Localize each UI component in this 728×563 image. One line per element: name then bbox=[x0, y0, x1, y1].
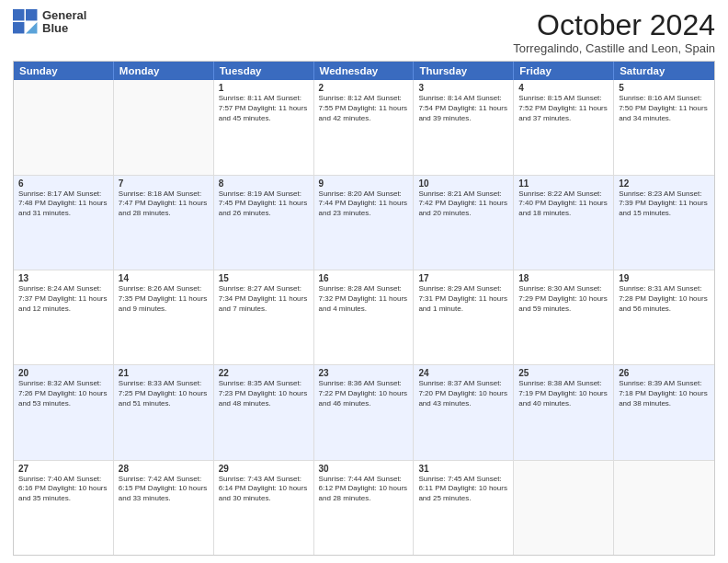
cal-cell-6-w1c0: 6Sunrise: 8:17 AM Sunset: 7:48 PM Daylig… bbox=[14, 176, 114, 270]
cal-cell-3-w0c4: 3Sunrise: 8:14 AM Sunset: 7:54 PM Daylig… bbox=[414, 80, 514, 174]
cal-cell-12-w1c6: 12Sunrise: 8:23 AM Sunset: 7:39 PM Dayli… bbox=[614, 176, 714, 270]
cal-cell-5-w0c6: 5Sunrise: 8:16 AM Sunset: 7:50 PM Daylig… bbox=[614, 80, 714, 174]
day-info: Sunrise: 8:14 AM Sunset: 7:54 PM Dayligh… bbox=[418, 94, 508, 123]
day-number: 4 bbox=[518, 83, 609, 93]
cal-cell-17-w2c4: 17Sunrise: 8:29 AM Sunset: 7:31 PM Dayli… bbox=[414, 270, 514, 364]
logo-text: General Blue bbox=[42, 9, 86, 36]
day-number: 18 bbox=[518, 273, 609, 283]
day-number: 17 bbox=[418, 273, 508, 283]
day-number: 31 bbox=[418, 464, 508, 474]
day-info: Sunrise: 8:33 AM Sunset: 7:25 PM Dayligh… bbox=[119, 379, 209, 408]
cal-cell-27-w4c0: 27Sunrise: 7:40 AM Sunset: 6:16 PM Dayli… bbox=[14, 461, 114, 555]
day-info: Sunrise: 8:36 AM Sunset: 7:22 PM Dayligh… bbox=[319, 379, 409, 408]
cal-cell-16-w2c3: 16Sunrise: 8:28 AM Sunset: 7:32 PM Dayli… bbox=[314, 270, 415, 364]
cal-cell-7-w1c1: 7Sunrise: 8:18 AM Sunset: 7:47 PM Daylig… bbox=[114, 176, 214, 270]
day-number: 21 bbox=[119, 368, 209, 378]
svg-rect-2 bbox=[13, 22, 24, 33]
day-number: 9 bbox=[319, 178, 409, 189]
cal-cell-11-w1c5: 11Sunrise: 8:22 AM Sunset: 7:40 PM Dayli… bbox=[514, 176, 614, 270]
calendar: SundayMondayTuesdayWednesdayThursdayFrid… bbox=[13, 61, 715, 556]
day-info: Sunrise: 7:45 AM Sunset: 6:11 PM Dayligh… bbox=[418, 475, 508, 504]
col-header-sunday: Sunday bbox=[14, 62, 114, 80]
day-info: Sunrise: 8:28 AM Sunset: 7:32 PM Dayligh… bbox=[319, 284, 409, 314]
calendar-row-0: 1Sunrise: 8:11 AM Sunset: 7:57 PM Daylig… bbox=[14, 80, 714, 174]
calendar-row-1: 6Sunrise: 8:17 AM Sunset: 7:48 PM Daylig… bbox=[14, 175, 714, 270]
day-info: Sunrise: 8:18 AM Sunset: 7:47 PM Dayligh… bbox=[119, 190, 209, 219]
day-info: Sunrise: 8:22 AM Sunset: 7:40 PM Dayligh… bbox=[518, 190, 609, 219]
day-number: 11 bbox=[518, 178, 609, 189]
cal-cell-13-w2c0: 13Sunrise: 8:24 AM Sunset: 7:37 PM Dayli… bbox=[14, 270, 114, 364]
page: General Blue October 2024 Torregalindo, … bbox=[0, 0, 728, 563]
day-info: Sunrise: 8:21 AM Sunset: 7:42 PM Dayligh… bbox=[418, 190, 508, 219]
logo-icon bbox=[13, 9, 39, 35]
day-number: 13 bbox=[18, 273, 108, 283]
day-number: 3 bbox=[418, 83, 508, 93]
cal-cell-empty-w0c0 bbox=[14, 80, 114, 174]
day-info: Sunrise: 8:35 AM Sunset: 7:23 PM Dayligh… bbox=[219, 379, 309, 408]
day-info: Sunrise: 8:31 AM Sunset: 7:28 PM Dayligh… bbox=[619, 284, 710, 314]
day-number: 7 bbox=[119, 178, 209, 189]
cal-cell-8-w1c2: 8Sunrise: 8:19 AM Sunset: 7:45 PM Daylig… bbox=[214, 176, 314, 270]
day-info: Sunrise: 8:26 AM Sunset: 7:35 PM Dayligh… bbox=[119, 284, 209, 314]
cal-cell-28-w4c1: 28Sunrise: 7:42 AM Sunset: 6:15 PM Dayli… bbox=[114, 461, 214, 555]
day-number: 23 bbox=[319, 368, 409, 378]
day-number: 30 bbox=[319, 464, 409, 474]
day-number: 2 bbox=[319, 83, 409, 93]
cal-cell-10-w1c4: 10Sunrise: 8:21 AM Sunset: 7:42 PM Dayli… bbox=[414, 176, 514, 270]
day-info: Sunrise: 8:19 AM Sunset: 7:45 PM Dayligh… bbox=[219, 190, 309, 219]
day-info: Sunrise: 8:32 AM Sunset: 7:26 PM Dayligh… bbox=[18, 379, 108, 408]
cal-cell-29-w4c2: 29Sunrise: 7:43 AM Sunset: 6:14 PM Dayli… bbox=[214, 461, 314, 555]
cal-cell-18-w2c5: 18Sunrise: 8:30 AM Sunset: 7:29 PM Dayli… bbox=[514, 270, 614, 364]
col-header-friday: Friday bbox=[514, 62, 614, 80]
day-info: Sunrise: 8:17 AM Sunset: 7:48 PM Dayligh… bbox=[18, 190, 108, 219]
cal-cell-25-w3c5: 25Sunrise: 8:38 AM Sunset: 7:19 PM Dayli… bbox=[514, 365, 614, 459]
col-header-wednesday: Wednesday bbox=[314, 62, 415, 80]
day-number: 29 bbox=[219, 464, 309, 474]
svg-rect-1 bbox=[26, 9, 37, 20]
cal-cell-empty-w4c6 bbox=[614, 461, 714, 555]
calendar-header: SundayMondayTuesdayWednesdayThursdayFrid… bbox=[14, 62, 714, 80]
day-info: Sunrise: 8:30 AM Sunset: 7:29 PM Dayligh… bbox=[518, 284, 609, 314]
day-info: Sunrise: 8:20 AM Sunset: 7:44 PM Dayligh… bbox=[319, 190, 409, 219]
day-info: Sunrise: 7:42 AM Sunset: 6:15 PM Dayligh… bbox=[119, 475, 209, 504]
day-info: Sunrise: 8:37 AM Sunset: 7:20 PM Dayligh… bbox=[418, 379, 508, 408]
main-title: October 2024 bbox=[513, 9, 715, 41]
title-block: October 2024 Torregalindo, Castille and … bbox=[513, 9, 715, 55]
cal-cell-22-w3c2: 22Sunrise: 8:35 AM Sunset: 7:23 PM Dayli… bbox=[214, 365, 314, 459]
cal-cell-19-w2c6: 19Sunrise: 8:31 AM Sunset: 7:28 PM Dayli… bbox=[614, 270, 714, 364]
day-info: Sunrise: 8:27 AM Sunset: 7:34 PM Dayligh… bbox=[219, 284, 309, 314]
day-number: 27 bbox=[18, 464, 108, 474]
day-info: Sunrise: 8:15 AM Sunset: 7:52 PM Dayligh… bbox=[518, 94, 609, 123]
cal-cell-2-w0c3: 2Sunrise: 8:12 AM Sunset: 7:55 PM Daylig… bbox=[314, 80, 415, 174]
day-info: Sunrise: 8:16 AM Sunset: 7:50 PM Dayligh… bbox=[619, 94, 710, 123]
day-number: 19 bbox=[619, 273, 710, 283]
logo-line1: General bbox=[42, 9, 86, 22]
cal-cell-31-w4c4: 31Sunrise: 7:45 AM Sunset: 6:11 PM Dayli… bbox=[414, 461, 514, 555]
cal-cell-14-w2c1: 14Sunrise: 8:26 AM Sunset: 7:35 PM Dayli… bbox=[114, 270, 214, 364]
cal-cell-24-w3c4: 24Sunrise: 8:37 AM Sunset: 7:20 PM Dayli… bbox=[414, 365, 514, 459]
day-number: 15 bbox=[219, 273, 309, 283]
day-number: 26 bbox=[619, 368, 710, 378]
day-info: Sunrise: 8:11 AM Sunset: 7:57 PM Dayligh… bbox=[219, 94, 309, 123]
cal-cell-20-w3c0: 20Sunrise: 8:32 AM Sunset: 7:26 PM Dayli… bbox=[14, 365, 114, 459]
cal-cell-30-w4c3: 30Sunrise: 7:44 AM Sunset: 6:12 PM Dayli… bbox=[314, 461, 415, 555]
day-info: Sunrise: 7:43 AM Sunset: 6:14 PM Dayligh… bbox=[219, 475, 309, 504]
header: General Blue October 2024 Torregalindo, … bbox=[13, 9, 715, 55]
day-number: 12 bbox=[619, 178, 710, 189]
day-number: 8 bbox=[219, 178, 309, 189]
day-number: 24 bbox=[418, 368, 508, 378]
day-number: 20 bbox=[18, 368, 108, 378]
svg-rect-0 bbox=[13, 9, 24, 20]
logo: General Blue bbox=[13, 9, 86, 36]
day-info: Sunrise: 8:24 AM Sunset: 7:37 PM Dayligh… bbox=[18, 284, 108, 314]
cal-cell-21-w3c1: 21Sunrise: 8:33 AM Sunset: 7:25 PM Dayli… bbox=[114, 365, 214, 459]
day-info: Sunrise: 8:29 AM Sunset: 7:31 PM Dayligh… bbox=[418, 284, 508, 314]
subtitle: Torregalindo, Castille and Leon, Spain bbox=[513, 41, 715, 55]
day-number: 1 bbox=[219, 83, 309, 93]
col-header-monday: Monday bbox=[114, 62, 214, 80]
day-info: Sunrise: 8:39 AM Sunset: 7:18 PM Dayligh… bbox=[619, 379, 710, 408]
cal-cell-empty-w4c5 bbox=[514, 461, 614, 555]
day-number: 5 bbox=[619, 83, 710, 93]
day-number: 25 bbox=[518, 368, 609, 378]
calendar-row-4: 27Sunrise: 7:40 AM Sunset: 6:16 PM Dayli… bbox=[14, 460, 714, 555]
